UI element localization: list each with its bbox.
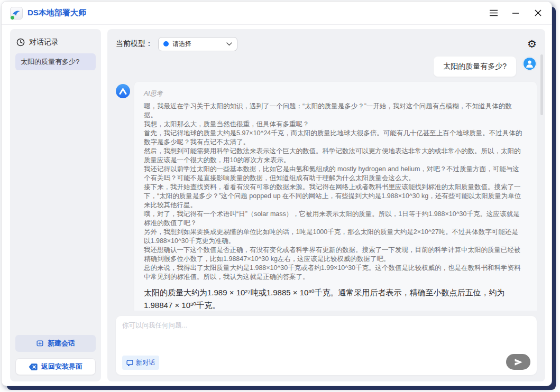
model-label: 当前模型： bbox=[116, 39, 153, 49]
conversation-item[interactable]: 太阳的质量有多少? bbox=[15, 53, 96, 70]
thinking-paragraph: 总的来说，我得出了太阳质量大约是1.988×10^30千克或者约1.99×10^… bbox=[144, 264, 524, 282]
ai-avatar-icon bbox=[116, 84, 130, 98]
ai-message-row: AI思考 嗯，我最近在学习关于太阳的知识，遇到了一个问题：“太阳的质量是多少？”… bbox=[116, 82, 537, 311]
model-status-icon bbox=[163, 41, 169, 46]
app-logo-icon bbox=[10, 7, 23, 20]
sidebar-spacer bbox=[15, 73, 96, 335]
minimize-icon[interactable] bbox=[510, 8, 521, 18]
menu-icon[interactable] bbox=[488, 8, 499, 18]
title-bar: DS本地部署大师 bbox=[2, 2, 552, 25]
chat-bubble-icon bbox=[126, 360, 133, 366]
send-paper-plane-icon bbox=[514, 358, 523, 366]
model-select-value: 请选择 bbox=[172, 40, 191, 49]
thinking-paragraph: 我想，太阳那么大，质量当然也很重，但具体有多重呢？ bbox=[144, 120, 524, 129]
user-message-row: 太阳的质量有多少? bbox=[116, 55, 537, 77]
conversation-list: 太阳的质量有多少? bbox=[15, 53, 96, 73]
logo-status-dot bbox=[10, 15, 15, 20]
back-to-install-label: 返回安装界面 bbox=[41, 362, 82, 371]
settings-gear-icon[interactable]: ⚙ bbox=[527, 39, 537, 49]
thinking-paragraph: 接下来，我开始查找资料，看看有没有可靠的数据来源。我记得在网络上或者教科书里应该… bbox=[144, 183, 524, 210]
new-chat-label: 新对话 bbox=[136, 358, 155, 367]
user-message: 太阳的质量有多少? bbox=[434, 57, 516, 77]
chat-plus-icon bbox=[36, 340, 44, 348]
back-close-icon bbox=[29, 363, 38, 371]
model-select[interactable]: 请选择 bbox=[158, 37, 237, 51]
ai-think-label: AI思考 bbox=[144, 89, 524, 98]
history-clock-icon bbox=[16, 38, 25, 46]
new-session-button[interactable]: 新建会话 bbox=[15, 335, 96, 352]
chevron-down-icon bbox=[226, 42, 232, 46]
close-icon[interactable] bbox=[533, 8, 543, 18]
thinking-paragraph: 另外，我想到如果要换成更易懂的单位比如吨的话，1吨是1000千克，那么太阳的质量… bbox=[144, 228, 524, 246]
chat-area: 太阳的质量有多少? bbox=[116, 55, 537, 311]
scrollbar-thumb[interactable] bbox=[540, 54, 543, 115]
answer-text: 太阳的质量大约为1.989 × 10²⁷吨或1.9885 × 10³⁰千克。通常… bbox=[144, 286, 524, 311]
sidebar-title: 对话记录 bbox=[29, 38, 59, 47]
thinking-paragraph: 我还想确认一下这个数值是否正确，有没有变化或者科学界有更新的数据。搜索了一下发现… bbox=[144, 246, 524, 264]
back-to-install-button[interactable]: 返回安装界面 bbox=[15, 358, 96, 375]
app-window: DS本地部署大师 对话记录 bbox=[1, 1, 552, 386]
new-chat-button[interactable]: 新对话 bbox=[122, 356, 159, 370]
model-toolbar: 当前模型： 请选择 ⚙ bbox=[116, 36, 537, 51]
send-button[interactable] bbox=[506, 354, 530, 370]
sidebar: 对话记录 太阳的质量有多少? 新建会话 返回安装界面 bbox=[10, 29, 101, 381]
app-title: DS本地部署大师 bbox=[27, 8, 86, 18]
thinking-block: 嗯，我最近在学习关于太阳的知识，遇到了一个问题：“太阳的质量是多少？”一开始，我… bbox=[144, 102, 524, 282]
thinking-paragraph: 嗯，我最近在学习关于太阳的知识，遇到了一个问题：“太阳的质量是多少？”一开始，我… bbox=[144, 102, 524, 120]
new-session-label: 新建会话 bbox=[48, 339, 75, 348]
window-controls bbox=[488, 8, 543, 18]
message-input[interactable] bbox=[122, 321, 530, 354]
composer: 新对话 bbox=[116, 316, 537, 375]
user-avatar-icon bbox=[522, 57, 537, 71]
thinking-paragraph: 哦，对了，我记得有一个术语叫“日”（solar mass），它被用来表示太阳的质… bbox=[144, 210, 524, 228]
thinking-paragraph: 我还记得以前学过太阳的一些基本数据，比如它是由氢和氦组成的 mostly hyd… bbox=[144, 165, 524, 183]
chat-panel: 当前模型： 请选择 ⚙ 太阳的质量有多少? bbox=[107, 29, 545, 381]
sidebar-header: 对话记录 bbox=[15, 34, 96, 53]
ai-message: AI思考 嗯，我最近在学习关于太阳的知识，遇到了一个问题：“太阳的质量是多少？”… bbox=[134, 82, 537, 311]
thinking-paragraph: 然后，我想到可能需要用科学记数法来表示这个巨大的数值。科学记数法可以更方便地表达… bbox=[144, 147, 524, 165]
thinking-paragraph: 首先，我记得地球的质量大约是5.97×10^24千克，而太阳的质量比地球大很多倍… bbox=[144, 129, 524, 147]
